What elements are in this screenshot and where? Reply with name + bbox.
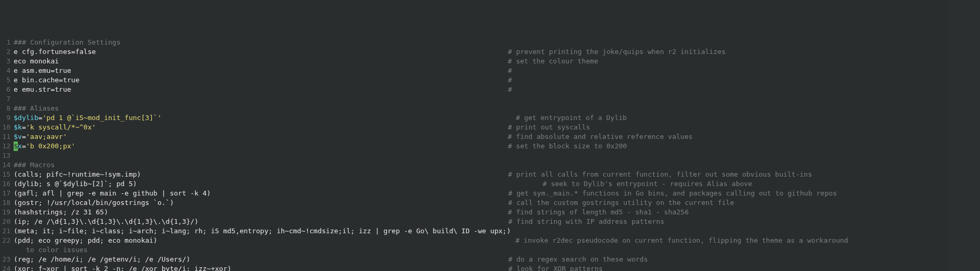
line-comment: # find absolute and relative reference v… bbox=[508, 133, 692, 140]
code-token: (ip; /e /\d{1,3}\.\d{1,3}\.\d{1,3}\.\d{1… bbox=[14, 218, 198, 225]
line-number: 8 bbox=[0, 104, 10, 113]
code-line[interactable]: e asm.emu=true# bbox=[14, 66, 980, 75]
code-line[interactable]: e bin.cache=true# bbox=[14, 75, 980, 85]
line-comment: # print all calls from current function,… bbox=[508, 170, 812, 178]
line-number: 14 bbox=[0, 160, 10, 170]
code-line[interactable]: (xor; f~xor | sort -k 2 -n; /e /xor byte… bbox=[14, 264, 980, 271]
line-number: 7 bbox=[0, 94, 10, 104]
line-comment: # find string with IP address patterns bbox=[508, 218, 664, 225]
code-token: $k bbox=[14, 123, 22, 131]
code-line[interactable]: (calls; pifc~!runtime~!sym.imp)# print a… bbox=[14, 170, 980, 179]
line-number: 12 bbox=[0, 142, 10, 151]
line-comment: # do a regex search on these words bbox=[508, 255, 648, 263]
code-token: (dylib; s @`$dylib~[2]`; pd 5) bbox=[14, 180, 137, 188]
line-comment: # call the custom gostrings utility on t… bbox=[508, 199, 734, 207]
text-cursor: $ bbox=[14, 142, 18, 151]
code-line[interactable] bbox=[14, 151, 980, 160]
line-number: 15 bbox=[0, 170, 10, 179]
line-number: 17 bbox=[0, 189, 10, 198]
line-number-gutter: 1234567891011121314151617181920212223242… bbox=[0, 38, 14, 271]
code-token: ### Configuration Settings bbox=[14, 38, 121, 46]
line-comment: # bbox=[508, 85, 512, 93]
line-number: 1 bbox=[0, 38, 10, 47]
line-number: 6 bbox=[0, 85, 10, 94]
code-line[interactable]: (gafl; afl | grep -e main -e github | so… bbox=[14, 189, 980, 198]
code-line[interactable]: $dylib='pd 1 @`iS~mod_init_func[3]`' # g… bbox=[14, 113, 980, 123]
line-number: 22 bbox=[0, 236, 10, 245]
line-number: 4 bbox=[0, 66, 10, 75]
minimap[interactable] bbox=[949, 0, 980, 271]
code-token: to color issues bbox=[14, 246, 88, 254]
code-line[interactable]: ### Configuration Settings bbox=[14, 38, 980, 47]
code-line[interactable]: to color issues bbox=[14, 245, 980, 255]
code-token: (gostr; !/usr/local/bin/gostrings `o.`) bbox=[14, 199, 174, 207]
line-number: 18 bbox=[0, 198, 10, 208]
line-number: 23 bbox=[0, 255, 10, 264]
code-line[interactable]: $v='aav;aavr'# find absolute and relativ… bbox=[14, 132, 980, 142]
code-token: 'b 0x200;px' bbox=[26, 142, 75, 150]
code-token: (gafl; afl | grep -e main -e github | so… bbox=[14, 189, 211, 197]
code-line[interactable]: (pdd; eco greepy; pdd; eco monokai)# inv… bbox=[14, 236, 980, 245]
code-token: $v bbox=[14, 133, 22, 140]
code-line[interactable]: (reg; /e /home/i; /e /getenv/i; /e /User… bbox=[14, 255, 980, 264]
code-line[interactable]: (dylib; s @`$dylib~[2]`; pd 5)# seek to … bbox=[14, 179, 980, 189]
line-comment: # prevent printing the joke/quips when r… bbox=[508, 48, 726, 56]
code-token: (hashstrings; /z 31 65) bbox=[14, 208, 108, 216]
code-token: x bbox=[18, 142, 22, 150]
code-token: e cfg.fortunes=false bbox=[14, 48, 96, 56]
line-comment: # get sym._main.* functions in Go bins, … bbox=[508, 189, 837, 197]
line-number: 9 bbox=[0, 113, 10, 123]
code-line[interactable]: ### Macros bbox=[14, 160, 980, 170]
line-comment: # look for XOR patterns bbox=[508, 265, 603, 271]
line-comment: # seek to Dylib's entrypoint - requires … bbox=[543, 180, 752, 188]
code-token: $dylib bbox=[14, 114, 38, 122]
code-line[interactable]: e cfg.fortunes=false# prevent printing t… bbox=[14, 47, 980, 57]
code-line[interactable] bbox=[14, 94, 980, 104]
line-comment: # set the colour theme bbox=[508, 57, 598, 65]
code-token: e emu.str=true bbox=[14, 85, 71, 93]
code-token: e bin.cache=true bbox=[14, 76, 79, 84]
code-line[interactable]: $x='b 0x200;px'# set the block size to 0… bbox=[14, 142, 980, 151]
code-token: = bbox=[38, 114, 43, 122]
code-token: e asm.emu=true bbox=[14, 67, 71, 74]
line-comment: # set the block size to 0x200 bbox=[508, 142, 627, 150]
line-comment: # print out syscalls bbox=[508, 123, 591, 131]
line-number bbox=[0, 245, 10, 255]
line-number: 20 bbox=[0, 217, 10, 226]
line-number: 16 bbox=[0, 179, 10, 189]
line-number: 10 bbox=[0, 123, 10, 132]
code-line[interactable]: e emu.str=true# bbox=[14, 85, 980, 94]
line-number: 3 bbox=[0, 57, 10, 66]
line-number: 24 bbox=[0, 264, 10, 271]
code-line[interactable]: ### Aliases bbox=[14, 104, 980, 113]
code-line[interactable]: (meta; it; i~file; i~class; i~arch; i~la… bbox=[14, 226, 980, 236]
line-comment: # find strings of length md5 - sha1 - sh… bbox=[508, 208, 689, 216]
line-number: 2 bbox=[0, 47, 10, 57]
line-comment: # bbox=[508, 76, 512, 84]
code-line[interactable]: (ip; /e /\d{1,3}\.\d{1,3}\.\d{1,3}\.\d{1… bbox=[14, 217, 980, 226]
line-comment: # get entrypoint of a Dylib bbox=[512, 114, 627, 122]
code-token: (pdd; eco greepy; pdd; eco monokai) bbox=[14, 236, 157, 244]
line-number: 21 bbox=[0, 226, 10, 236]
code-editor[interactable]: 1234567891011121314151617181920212223242… bbox=[0, 38, 980, 271]
code-token: 'aav;aavr' bbox=[26, 133, 67, 140]
code-token: eco monokai bbox=[14, 57, 59, 65]
line-comment: # invoke r2dec pseudocode on current fun… bbox=[515, 236, 848, 244]
code-token: 'pd 1 @`iS~mod_init_func[3]`' bbox=[43, 114, 162, 122]
code-token: ### Aliases bbox=[14, 104, 59, 112]
code-token: (xor; f~xor | sort -k 2 -n; /e /xor byte… bbox=[14, 265, 231, 271]
code-line[interactable]: eco monokai# set the colour theme bbox=[14, 57, 980, 66]
code-line[interactable]: $k='k syscall/*~^0x'# print out syscalls bbox=[14, 123, 980, 132]
code-token: (meta; it; i~file; i~class; i~arch; i~la… bbox=[14, 227, 511, 235]
line-number: 13 bbox=[0, 151, 10, 160]
code-token: 'k syscall/*~^0x' bbox=[26, 123, 96, 131]
code-area[interactable]: ### Configuration Settingse cfg.fortunes… bbox=[14, 38, 980, 271]
code-line[interactable]: (hashstrings; /z 31 65)# find strings of… bbox=[14, 208, 980, 217]
code-line[interactable]: (gostr; !/usr/local/bin/gostrings `o.`)#… bbox=[14, 198, 980, 208]
line-number: 19 bbox=[0, 208, 10, 217]
code-token: (reg; /e /home/i; /e /getenv/i; /e /User… bbox=[14, 255, 191, 263]
line-number: 11 bbox=[0, 132, 10, 142]
line-number: 5 bbox=[0, 75, 10, 85]
code-token: ### Macros bbox=[14, 161, 55, 169]
code-token: (calls; pifc~!runtime~!sym.imp) bbox=[14, 170, 141, 178]
